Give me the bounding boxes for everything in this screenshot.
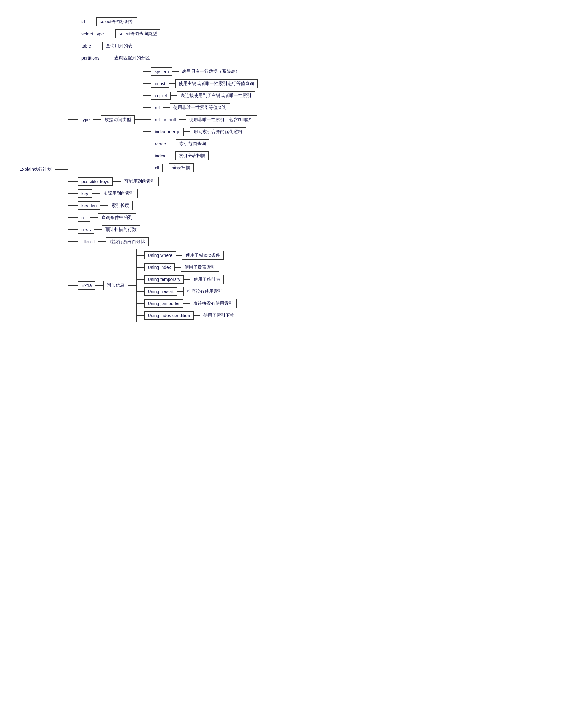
tree-diagram: Explain执行计划idselect语句标识符select_typeselec… — [9, 9, 579, 330]
h-line — [176, 255, 182, 256]
child-key-4-5: index_merge — [151, 128, 184, 136]
child-desc-4-8: 全表扫描 — [169, 163, 193, 172]
h-line — [143, 167, 151, 168]
h-line — [143, 71, 151, 72]
level1-row: rows预计扫描的行数 — [69, 225, 258, 234]
h-line — [103, 58, 111, 58]
child-key-4-6: range — [151, 140, 169, 148]
level1-row: type数据访问类型system表里只有一行数据（系统表）const使用主键或者… — [69, 65, 258, 174]
h-line — [177, 291, 183, 292]
h-line — [92, 193, 100, 194]
child-key-11-3: Using filesort — [144, 287, 177, 295]
h-line — [98, 241, 106, 242]
h-line — [137, 267, 144, 268]
h-line — [107, 33, 115, 34]
h-line — [69, 193, 78, 194]
h-line — [143, 120, 151, 120]
h-line — [55, 169, 68, 170]
child-key-4-4: ref_or_null — [151, 115, 179, 124]
h-line — [69, 22, 78, 22]
child-key-4-2: eq_ref — [151, 91, 171, 100]
h-line — [69, 46, 78, 46]
level1-key-4: type — [78, 115, 93, 124]
level1-desc-4: 数据访问类型 — [101, 115, 135, 124]
child-row-4-5: index_merge用到索引合并的优化逻辑 — [143, 127, 257, 136]
child-key-4-8: all — [151, 164, 162, 172]
h-line — [169, 83, 175, 84]
child-key-11-5: Using index condition — [144, 311, 193, 320]
h-line — [143, 107, 151, 108]
child-row-4-8: all全表扫描 — [143, 163, 257, 172]
h-line — [143, 95, 151, 96]
h-line — [169, 156, 175, 156]
h-line — [69, 120, 78, 120]
h-line — [163, 107, 170, 108]
h-line — [175, 267, 181, 268]
child-desc-4-7: 索引全表扫描 — [175, 152, 209, 160]
h-line — [69, 58, 78, 58]
h-line — [171, 95, 177, 96]
child-row-11-0: Using where使用了where条件 — [137, 251, 238, 260]
child-row-4-6: range索引范围查询 — [143, 139, 257, 148]
level1-key-11: Extra — [78, 281, 96, 290]
level1-key-5: possible_keys — [78, 177, 113, 186]
root-node: Explain执行计划 — [16, 165, 55, 174]
child-row-11-2: Using temporary使用了临时表 — [137, 275, 238, 284]
h-line — [135, 120, 142, 120]
child-row-4-2: eq_ref表连接使用到了主键或者唯一性索引 — [143, 91, 257, 100]
level1-desc-5: 可能用到的索引 — [121, 177, 159, 186]
h-line — [100, 205, 108, 206]
level1-row: idselect语句标识符 — [69, 18, 258, 26]
child-key-4-1: const — [151, 80, 168, 88]
level1-desc-6: 实际用到的索引 — [100, 189, 138, 198]
child-desc-4-6: 索引范围查询 — [176, 139, 209, 148]
level1-row: table查询用到的表 — [69, 42, 258, 50]
level1-desc-10: 过滤行所占百分比 — [106, 237, 149, 246]
h-line — [179, 120, 186, 120]
h-line — [69, 285, 78, 286]
child-row-4-3: ref使用非唯一性索引等值查询 — [143, 103, 257, 112]
level1-desc-2: 查询用到的表 — [102, 42, 136, 50]
child-key-4-7: index — [151, 152, 168, 160]
level1-key-1: select_type — [78, 30, 107, 38]
h-line — [69, 205, 78, 206]
child-desc-11-5: 使用了索引下推 — [200, 311, 238, 320]
h-line — [69, 33, 78, 34]
h-line — [143, 156, 151, 156]
level1-desc-9: 预计扫描的行数 — [102, 225, 140, 234]
level1-row: key_len索引长度 — [69, 201, 258, 210]
level1-desc-8: 查询条件中的列 — [98, 213, 136, 222]
level1-row: Extra附加信息Using where使用了where条件Using inde… — [69, 249, 258, 321]
h-line — [184, 279, 190, 280]
child-row-4-1: const使用主键或者唯一性索引进行等值查询 — [143, 79, 257, 88]
child-key-11-1: Using index — [144, 263, 175, 271]
level1-row: select_typeselect语句查询类型 — [69, 29, 258, 38]
h-line — [169, 143, 176, 144]
child-row-11-5: Using index condition使用了索引下推 — [137, 311, 238, 320]
h-line — [95, 46, 102, 46]
h-line — [184, 131, 190, 132]
child-key-11-4: Using join buffer — [144, 299, 183, 308]
h-line — [137, 315, 144, 316]
child-desc-11-4: 表连接没有使用索引 — [190, 299, 237, 308]
child-desc-4-0: 表里只有一行数据（系统表） — [179, 67, 243, 76]
level1-key-6: key — [78, 189, 92, 198]
child-desc-4-5: 用到索引合并的优化逻辑 — [190, 127, 246, 136]
h-line — [143, 131, 151, 132]
level1-row: ref查询条件中的列 — [69, 213, 258, 222]
h-line — [183, 303, 190, 304]
h-line — [143, 143, 151, 144]
h-line — [69, 217, 78, 218]
child-row-4-7: index索引全表扫描 — [143, 152, 257, 160]
h-line — [90, 217, 98, 218]
h-line — [143, 83, 151, 84]
h-line — [172, 71, 179, 72]
level1-desc-11: 附加信息 — [103, 281, 128, 290]
level1-key-10: filtered — [78, 238, 98, 246]
level1-key-0: id — [78, 18, 88, 26]
level1-row: possible_keys可能用到的索引 — [69, 177, 258, 186]
child-row-4-0: system表里只有一行数据（系统表） — [143, 67, 257, 76]
child-desc-4-1: 使用主键或者唯一性索引进行等值查询 — [175, 79, 258, 88]
level1-row: partitions查询匹配到的分区 — [69, 54, 258, 62]
h-line — [137, 303, 144, 304]
